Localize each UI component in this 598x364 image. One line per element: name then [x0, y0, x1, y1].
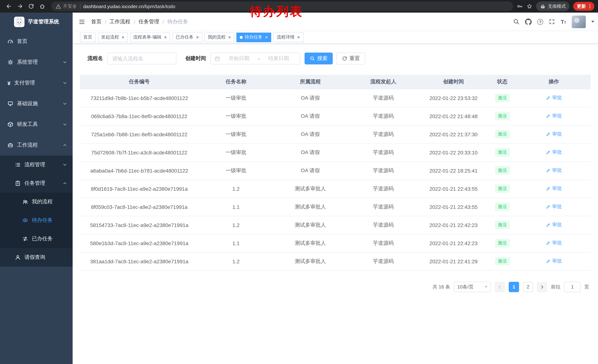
- chevron-down-icon: [62, 101, 67, 106]
- tab-home[interactable]: 首页: [80, 32, 96, 42]
- page-number-2[interactable]: 2: [523, 282, 533, 292]
- status-badge: 激活: [495, 112, 510, 120]
- sidebar-item-devtools[interactable]: 研发工具: [0, 114, 73, 135]
- close-icon[interactable]: ×: [265, 35, 268, 40]
- url-text: dashboard.yudao.iocoder.cn/bpm/task/todo: [83, 4, 175, 9]
- table-row: 58154733-7ac8-11ec-a9e2-a2380e71991a 1.2…: [80, 216, 590, 234]
- back-icon[interactable]: [4, 1, 14, 11]
- goto-page-input[interactable]: [564, 282, 581, 292]
- next-page-button[interactable]: [537, 282, 547, 292]
- date-range-picker[interactable]: 开始日期 - 结束日期: [210, 53, 300, 65]
- table-row: 8f0d1619-7ac8-11ec-a9e2-a2380e71991a 1.2…: [80, 180, 590, 198]
- reset-button[interactable]: 重置: [336, 53, 365, 65]
- close-icon[interactable]: ×: [196, 35, 199, 40]
- active-dot: [240, 36, 243, 39]
- goto-label: 前往: [551, 283, 561, 290]
- approve-link[interactable]: 审批: [546, 167, 562, 174]
- breadcrumb-home[interactable]: 首页: [91, 18, 101, 25]
- table-row: a6aba0a4-7b6d-11ec-b781-acde48001122 一级审…: [80, 162, 590, 180]
- approve-link[interactable]: 审批: [546, 222, 562, 228]
- sidebar-item-workflow[interactable]: 工作流程: [0, 135, 73, 155]
- approve-link[interactable]: 审批: [546, 95, 562, 101]
- chevron-down-icon: [62, 60, 67, 65]
- table-row: 73211d9d-7b9b-11ec-b5b7-acde48001122 一级审…: [80, 89, 590, 107]
- create-time-label: 创建时间: [185, 55, 206, 62]
- done-icon: [22, 236, 28, 242]
- breadcrumb-workflow[interactable]: 工作流程: [110, 18, 130, 25]
- close-icon[interactable]: ×: [164, 35, 167, 40]
- sidebar-item-todo-tasks[interactable]: 待办任务: [0, 211, 73, 230]
- page-number-1[interactable]: 1: [509, 282, 519, 292]
- font-size-icon[interactable]: TT: [561, 19, 566, 24]
- close-icon[interactable]: ×: [228, 35, 231, 40]
- home-icon[interactable]: [37, 1, 47, 11]
- sidebar-item-home[interactable]: 首页: [0, 31, 73, 52]
- chevron-down-icon: [485, 286, 488, 288]
- approve-link[interactable]: 审批: [546, 240, 562, 246]
- sidebar-item-infrastructure[interactable]: 基础设施: [0, 93, 73, 114]
- tab-todo-tasks[interactable]: 待办任务×: [237, 32, 271, 42]
- chevron-up-icon: [62, 181, 67, 186]
- table-row: 580e1b3d-7ac8-11ec-a9e2-a2380e71991a 1.1…: [80, 234, 590, 252]
- kebab-menu-icon[interactable]: [587, 4, 592, 9]
- sidebar-item-my-process[interactable]: 我的流程: [0, 193, 73, 211]
- fullscreen-icon[interactable]: [549, 18, 555, 25]
- bookmark-star-icon[interactable]: [526, 3, 532, 9]
- approve-link[interactable]: 审批: [546, 203, 562, 210]
- security-chip[interactable]: 不安全: [56, 3, 77, 9]
- tab-process-detail[interactable]: 流程详情×: [274, 32, 303, 42]
- col-action: 操作: [517, 75, 590, 89]
- tab-done-tasks[interactable]: 已办任务×: [172, 32, 202, 42]
- incognito-icon: [540, 3, 546, 9]
- col-task-name: 任务名称: [199, 75, 274, 89]
- process-name-input[interactable]: [108, 53, 176, 65]
- reload-icon[interactable]: [26, 1, 36, 11]
- sidebar-item-done-tasks[interactable]: 已办任务: [0, 230, 73, 248]
- approve-link[interactable]: 审批: [546, 185, 562, 192]
- col-starter: 流程发起人: [347, 75, 419, 89]
- update-button[interactable]: 更新: [573, 2, 594, 11]
- avatar-dropdown-caret-icon[interactable]: [591, 21, 594, 23]
- sidebar-item-payment[interactable]: ¥ 支付管理: [0, 73, 73, 93]
- forward-icon[interactable]: [15, 1, 25, 11]
- prev-page-button[interactable]: [495, 282, 505, 292]
- avatar[interactable]: [572, 15, 586, 28]
- breadcrumb-task-management[interactable]: 任务管理: [139, 18, 159, 25]
- sidebar: 芋道管理系统 首页 系统管理 ¥ 支付管理: [0, 13, 73, 364]
- status-badge: 激活: [495, 257, 510, 266]
- sidebar-item-process-management[interactable]: 流程管理: [0, 155, 73, 174]
- col-status: 状态: [487, 75, 517, 89]
- start-date-placeholder: 开始日期: [222, 55, 256, 62]
- approve-link[interactable]: 审批: [546, 131, 562, 138]
- page-size-select[interactable]: 10条/页: [454, 282, 491, 292]
- approve-link[interactable]: 审批: [546, 149, 562, 156]
- process-list-icon: [15, 162, 21, 168]
- approve-link[interactable]: 审批: [546, 258, 562, 265]
- search-button[interactable]: 搜索: [305, 53, 333, 65]
- col-task-id: 任务编号: [80, 75, 199, 89]
- tab-start-process[interactable]: 发起流程×: [98, 32, 128, 42]
- github-icon[interactable]: [525, 18, 532, 25]
- sidebar-item-task-management[interactable]: 任务管理: [0, 174, 73, 193]
- address-bar[interactable]: 不安全 dashboard.yudao.iocoder.cn/bpm/task/…: [51, 1, 513, 11]
- status-badge: 激活: [495, 148, 510, 157]
- sidebar-item-system[interactable]: 系统管理: [0, 52, 73, 73]
- chevron-down-icon: [62, 162, 67, 167]
- tab-my-process[interactable]: 我的流程×: [205, 32, 234, 42]
- table-header-row: 任务编号 任务名称 所属流程 流程发起人 创建时间 状态 操作: [80, 75, 590, 89]
- help-icon[interactable]: ?: [537, 19, 543, 25]
- security-label: 不安全: [63, 3, 77, 9]
- close-icon[interactable]: ×: [297, 35, 300, 40]
- close-icon[interactable]: ×: [122, 35, 124, 40]
- search-icon[interactable]: [513, 18, 520, 25]
- tab-process-form-edit[interactable]: 流程表单-编辑×: [130, 32, 170, 42]
- approve-link[interactable]: 审批: [546, 113, 562, 119]
- sidebar-item-leave-query[interactable]: 请假查询: [0, 248, 73, 267]
- status-badge: 激活: [495, 239, 510, 247]
- sidebar-collapse-icon[interactable]: [73, 12, 91, 31]
- key-icon[interactable]: [517, 3, 523, 9]
- logo-row[interactable]: 芋道管理系统: [0, 13, 73, 31]
- incognito-badge: 无痕模式: [536, 1, 569, 11]
- table-row: 381aa1dd-7ac8-11ec-a9e2-a2380e71991a 1.2…: [80, 252, 590, 270]
- status-badge: 激活: [495, 94, 510, 102]
